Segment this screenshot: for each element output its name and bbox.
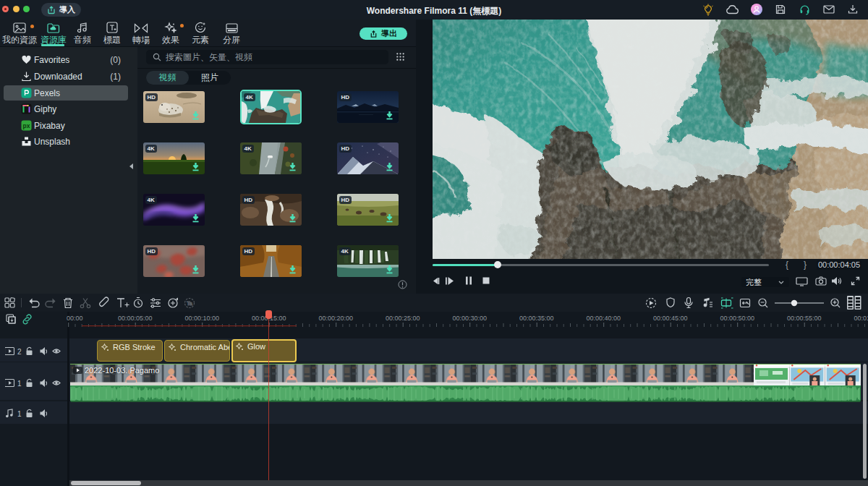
- svg-text:1: 1: [17, 380, 22, 388]
- svg-text:Ta: Ta: [187, 301, 192, 306]
- svg-text:2: 2: [17, 348, 22, 356]
- svg-text:1: 1: [17, 410, 22, 418]
- svg-text:px: px: [23, 122, 30, 129]
